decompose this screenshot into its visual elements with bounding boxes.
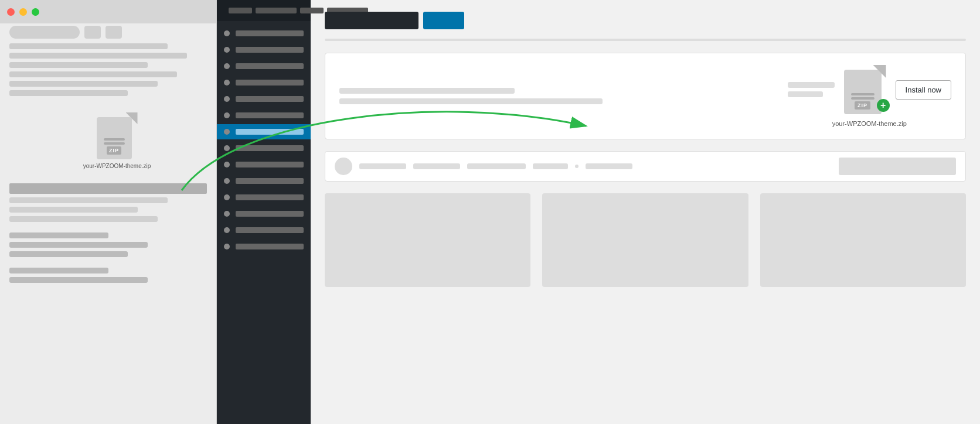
- search-bar-item: [413, 163, 460, 169]
- maximize-button[interactable]: [32, 8, 39, 16]
- search-avatar: [335, 158, 352, 175]
- finder-row: [9, 207, 138, 213]
- upload-meta: [788, 82, 835, 97]
- sidebar-menu-item[interactable]: [217, 91, 311, 107]
- upload-zip-row: ZIP + Install now: [788, 65, 951, 114]
- file-name-left: your-WPZOOM-theme.zip: [83, 163, 151, 169]
- finder-row: [9, 216, 158, 222]
- menu-item-label: [236, 194, 304, 200]
- finder-search[interactable]: [9, 26, 80, 39]
- finder-row: [9, 268, 108, 273]
- search-bar-item: [586, 163, 632, 169]
- sidebar-menu-item[interactable]: [217, 239, 311, 254]
- sidebar-menu-item[interactable]: [217, 42, 311, 57]
- menu-item-label: [236, 112, 304, 118]
- theme-card-3[interactable]: [760, 193, 966, 287]
- wp-search-row: [325, 151, 966, 182]
- wp-themes-row: [325, 193, 966, 287]
- upload-bar: [339, 98, 603, 104]
- upload-bar: [788, 91, 823, 97]
- zip-file-left[interactable]: ZIP your-WPZOOM-theme.zip: [18, 112, 216, 169]
- menu-item-label: [236, 227, 304, 233]
- zip-plus-badge: +: [877, 99, 890, 112]
- wp-admin-topbar: [217, 0, 311, 21]
- menu-item-label: [236, 162, 304, 167]
- finder-row: [9, 197, 168, 203]
- menu-item-label: [236, 80, 304, 86]
- finder-toolbar: [0, 26, 216, 39]
- menu-item-label: [236, 244, 304, 249]
- finder-btn-1[interactable]: [84, 26, 101, 39]
- sidebar-menu-item[interactable]: [217, 190, 311, 205]
- sidebar-menu-item[interactable]: [217, 206, 311, 221]
- sidebar-menu-item[interactable]: [217, 26, 311, 41]
- finder-row: [9, 232, 108, 238]
- wp-page-header: [325, 12, 966, 29]
- search-bar-item: [359, 163, 406, 169]
- sidebar-menu-item[interactable]: [217, 223, 311, 238]
- zip-icon-left: ZIP: [97, 112, 138, 159]
- upload-bar: [788, 82, 835, 88]
- finder-row: [9, 90, 128, 96]
- topbar-item: [256, 8, 297, 13]
- sidebar-menu-item[interactable]: [217, 59, 311, 74]
- menu-item-label: [236, 96, 304, 102]
- menu-item-label: [236, 145, 304, 151]
- finder-titlebar: [0, 0, 216, 23]
- finder-window: ZIP your-WPZOOM-theme.zip: [0, 0, 217, 424]
- sidebar-menu-item[interactable]: [217, 75, 311, 90]
- search-right-button[interactable]: [839, 158, 956, 175]
- sidebar-menu-item-active[interactable]: [217, 124, 311, 139]
- wp-sidebar: [217, 0, 311, 424]
- zip-label-left: ZIP: [107, 146, 121, 155]
- upload-right-content: ZIP + Install now your-WPZOOM-theme.zip: [788, 65, 951, 127]
- spacer: [9, 225, 207, 229]
- sidebar-menu-item[interactable]: [217, 157, 311, 172]
- wp-main-content: ZIP + Install now your-WPZOOM-theme.zip: [311, 0, 980, 424]
- sidebar-menu-item[interactable]: [217, 141, 311, 156]
- theme-card-1[interactable]: [325, 193, 530, 287]
- finder-row: [9, 242, 148, 248]
- minimize-button[interactable]: [19, 8, 27, 16]
- wp-sidebar-menu: [217, 21, 311, 424]
- zip-label-right: ZIP: [855, 101, 870, 110]
- finder-row: [9, 53, 187, 59]
- wp-page-title: [325, 12, 418, 29]
- menu-item-label: [236, 30, 304, 36]
- finder-row: [9, 71, 177, 77]
- finder-row: [9, 62, 148, 68]
- finder-btn-2[interactable]: [106, 26, 122, 39]
- finder-row: [9, 251, 128, 257]
- menu-item-label: [236, 63, 304, 69]
- finder-row: [9, 81, 158, 87]
- install-now-button[interactable]: Install now: [896, 80, 951, 100]
- menu-item-label: [236, 178, 304, 184]
- theme-card-2[interactable]: [542, 193, 748, 287]
- dot: [575, 165, 579, 168]
- upload-bar: [339, 88, 515, 94]
- finder-row: [9, 43, 168, 49]
- sidebar-menu-item[interactable]: [217, 108, 311, 123]
- search-bar-item: [467, 163, 526, 169]
- wp-admin-window: ZIP + Install now your-WPZOOM-theme.zip: [217, 0, 980, 424]
- menu-item-label: [236, 129, 304, 135]
- topbar-item: [229, 8, 252, 13]
- upload-left-content: [339, 88, 778, 104]
- sidebar-menu-item[interactable]: [217, 173, 311, 189]
- file-name-right: your-WPZOOM-theme.zip: [832, 120, 907, 127]
- wp-tab-upload[interactable]: [423, 12, 464, 29]
- selected-row[interactable]: [9, 183, 207, 194]
- wp-upload-area: ZIP + Install now your-WPZOOM-theme.zip: [325, 53, 966, 139]
- close-button[interactable]: [7, 8, 15, 16]
- search-bar-item: [533, 163, 568, 169]
- wp-divider: [325, 39, 966, 41]
- wp-content-area: ZIP + Install now your-WPZOOM-theme.zip: [311, 0, 980, 424]
- finder-row: [9, 277, 148, 283]
- zip-icon-right: ZIP +: [844, 65, 886, 114]
- menu-item-label: [236, 47, 304, 53]
- spacer: [9, 261, 207, 264]
- menu-item-label: [236, 211, 304, 217]
